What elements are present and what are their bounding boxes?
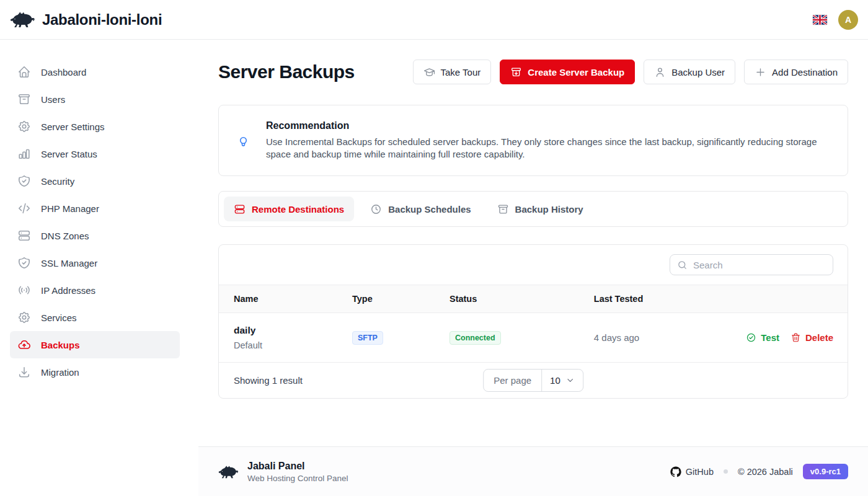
boar-logo-icon: [218, 465, 239, 479]
avatar[interactable]: A: [838, 10, 858, 30]
backup-tabs: Remote Destinations Backup Schedules Bac…: [218, 191, 848, 227]
home-icon: [17, 65, 31, 79]
table-header-row: Name Type Status Last Tested: [219, 285, 848, 313]
recommendation-title: Recommendation: [266, 120, 819, 131]
sidebar-item-migration[interactable]: Migration: [10, 358, 180, 386]
trash-icon: [790, 332, 801, 343]
sidebar-item-security[interactable]: Security: [10, 167, 180, 195]
sidebar: Dashboard Users Server Settings Server S…: [0, 40, 198, 496]
column-header-name: Name: [219, 285, 352, 313]
sidebar-item-services[interactable]: Services: [10, 304, 180, 331]
column-header-actions: [746, 285, 848, 313]
footer-brand: Jabali Panel: [247, 461, 348, 472]
destinations-panel: Name Type Status Last Tested daily Defau…: [218, 244, 848, 399]
sidebar-item-label: Server Status: [41, 149, 97, 159]
search-icon: [677, 260, 688, 270]
type-badge: SFTP: [352, 331, 383, 345]
language-flag-icon[interactable]: [813, 15, 827, 25]
github-link[interactable]: GitHub: [670, 466, 714, 477]
column-header-status: Status: [450, 285, 594, 313]
gear-icon: [17, 311, 31, 324]
sidebar-item-label: Server Settings: [41, 122, 105, 132]
sidebar-item-server-status[interactable]: Server Status: [10, 140, 180, 167]
page-actions: Take Tour Create Server Backup Backup Us…: [413, 60, 848, 84]
sidebar-item-ssl-manager[interactable]: SSL Manager: [10, 249, 180, 277]
sidebar-item-label: Services: [41, 312, 77, 323]
server-icon: [17, 229, 31, 242]
app-title: Jabaloni-loni-loni: [42, 11, 162, 29]
download-icon: [17, 365, 31, 379]
sidebar-item-php-manager[interactable]: PHP Manager: [10, 195, 180, 222]
sidebar-item-dashboard[interactable]: Dashboard: [10, 58, 180, 86]
per-page-select[interactable]: Per page 10: [483, 369, 583, 392]
server-icon: [234, 203, 246, 215]
bar-chart-icon: [17, 147, 31, 161]
archive-icon: [17, 92, 31, 106]
add-destination-button[interactable]: Add Destination: [744, 60, 848, 84]
check-circle-icon: [746, 332, 756, 343]
user-icon: [654, 66, 666, 78]
last-tested-value: 4 days ago: [594, 332, 639, 343]
table-row: daily Default SFTP Connected 4 days ago …: [219, 313, 848, 363]
code-icon: [17, 202, 31, 215]
footer-tagline: Web Hosting Control Panel: [247, 474, 348, 483]
tab-remote-destinations[interactable]: Remote Destinations: [224, 197, 354, 221]
archive-down-icon: [510, 66, 522, 78]
destinations-table: Name Type Status Last Tested daily Defau…: [219, 285, 848, 362]
boar-logo-icon: [10, 11, 36, 28]
sidebar-item-backups[interactable]: Backups: [10, 331, 180, 358]
copyright-text: © 2026 Jabali: [738, 467, 793, 477]
test-button[interactable]: Test: [746, 332, 779, 343]
sidebar-item-label: IP Addresses: [41, 285, 95, 296]
plus-icon: [755, 66, 766, 78]
app-footer: Jabali Panel Web Hosting Control Panel G…: [198, 446, 868, 496]
sidebar-item-ip-addresses[interactable]: IP Addresses: [10, 277, 180, 304]
create-server-backup-button[interactable]: Create Server Backup: [500, 60, 635, 84]
sidebar-item-label: PHP Manager: [41, 203, 99, 214]
destination-name: daily: [234, 325, 352, 336]
sidebar-item-dns-zones[interactable]: DNS Zones: [10, 222, 180, 249]
graduation-cap-icon: [423, 66, 435, 78]
column-header-last-tested: Last Tested: [594, 285, 746, 313]
version-badge: v0.9-rc1: [803, 464, 848, 479]
recommendation-body: Use Incremental Backups for scheduled se…: [266, 136, 819, 161]
sidebar-item-users[interactable]: Users: [10, 86, 180, 113]
sidebar-item-label: Security: [41, 176, 74, 187]
broadcast-icon: [17, 283, 31, 297]
tab-backup-schedules[interactable]: Backup Schedules: [360, 197, 480, 221]
sidebar-item-server-settings[interactable]: Server Settings: [10, 113, 180, 140]
per-page-value: 10: [550, 375, 560, 386]
per-page-label: Per page: [484, 370, 542, 391]
shield-check-icon: [17, 174, 31, 188]
app-header: Jabaloni-loni-loni A: [0, 0, 868, 40]
shield-check-icon: [17, 256, 31, 270]
destination-subtitle: Default: [234, 340, 352, 350]
github-icon: [670, 466, 681, 477]
status-badge: Connected: [450, 331, 501, 345]
search-input[interactable]: [693, 260, 826, 270]
results-summary: Showing 1 result: [234, 375, 303, 386]
dot-separator: [724, 469, 728, 474]
take-tour-button[interactable]: Take Tour: [413, 60, 492, 84]
sidebar-item-label: DNS Zones: [41, 231, 89, 241]
sidebar-item-label: Migration: [41, 367, 79, 378]
column-header-type: Type: [352, 285, 450, 313]
tab-backup-history[interactable]: Backup History: [487, 197, 593, 221]
clock-icon: [370, 203, 382, 215]
cloud-upload-icon: [17, 338, 31, 352]
sidebar-item-label: SSL Manager: [41, 258, 97, 268]
page-title: Server Backups: [218, 61, 355, 82]
chevron-down-icon: [565, 376, 575, 385]
sidebar-item-label: Dashboard: [41, 67, 86, 78]
gear-icon: [17, 120, 31, 133]
brand: Jabaloni-loni-loni: [10, 11, 162, 29]
backup-user-button[interactable]: Backup User: [644, 60, 735, 84]
archive-icon: [497, 203, 509, 215]
lightbulb-icon: [236, 133, 250, 148]
sidebar-item-label: Backups: [41, 340, 80, 350]
delete-button[interactable]: Delete: [790, 332, 833, 343]
recommendation-banner: Recommendation Use Incremental Backups f…: [218, 105, 848, 176]
sidebar-item-label: Users: [41, 94, 65, 105]
search-box: [670, 254, 833, 275]
pagination-bar: Showing 1 result Per page 10: [219, 362, 848, 398]
